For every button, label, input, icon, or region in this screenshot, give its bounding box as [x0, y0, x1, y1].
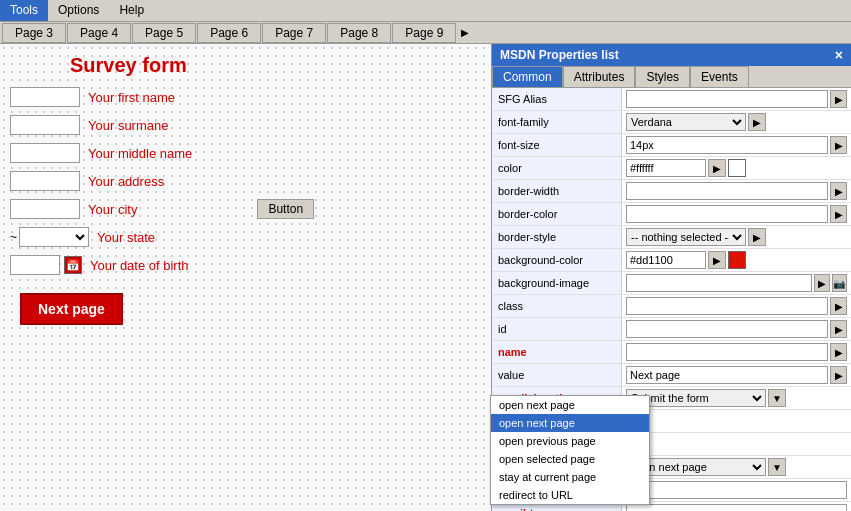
prop-font-size-label: font-size	[492, 134, 622, 156]
prop-class-btn[interactable]: ▶	[830, 297, 847, 315]
prop-border-color-input[interactable]	[626, 205, 828, 223]
prop-bg-image-btn1[interactable]: ▶	[814, 274, 829, 292]
surname-input[interactable]	[10, 115, 80, 135]
prop-border-color-value: ▶	[622, 203, 851, 225]
prop-border-color-btn[interactable]: ▶	[830, 205, 847, 223]
menu-bar: Tools Options Help	[0, 0, 851, 22]
prop-class: class ▶	[492, 295, 851, 318]
address-row: Your address	[10, 171, 481, 191]
first-name-input[interactable]	[10, 87, 80, 107]
tab-page4[interactable]: Page 4	[67, 23, 131, 43]
prop-onclick-btn[interactable]: ▼	[768, 389, 786, 407]
prop-border-style-value: -- nothing selected -- ▶	[622, 226, 851, 248]
middle-name-label: Your middle name	[88, 146, 192, 161]
prop-after-submit-btn[interactable]: ▼	[768, 458, 786, 476]
prop-after-submit-value: open next page ▼	[622, 456, 851, 478]
dropdown-item-open-next[interactable]: open next page	[491, 396, 649, 414]
state-select[interactable]	[19, 227, 89, 247]
prop-border-style-label: border-style	[492, 226, 622, 248]
prop-name-label: name	[492, 341, 622, 363]
prop-bg-color-swatch[interactable]	[728, 251, 746, 269]
address-input[interactable]	[10, 171, 80, 191]
properties-close-button[interactable]: ×	[835, 47, 843, 63]
first-name-row: Your first name	[10, 87, 481, 107]
prop-color-btn[interactable]: ▶	[708, 159, 726, 177]
props-tab-attributes[interactable]: Attributes	[563, 66, 636, 87]
properties-panel: MSDN Properties list × Common Attributes…	[491, 44, 851, 511]
form-canvas: Survey form Your first name Your surmane…	[0, 44, 491, 511]
tab-page8[interactable]: Page 8	[327, 23, 391, 43]
tilde-symbol: ~	[10, 230, 17, 244]
prop-border-width-value: ▶	[622, 180, 851, 202]
prop-font-family-select[interactable]: Verdana	[626, 113, 746, 131]
prop-border-width-input[interactable]	[626, 182, 828, 200]
prop-font-family-value: Verdana ▶	[622, 111, 851, 133]
city-input[interactable]	[10, 199, 80, 219]
props-tab-styles[interactable]: Styles	[635, 66, 690, 87]
prop-color-label: color	[492, 157, 622, 179]
prop-bg-image-value: ▶ 📷	[622, 272, 851, 294]
dropdown-item-stay[interactable]: stay at current page	[491, 468, 649, 486]
tab-page5[interactable]: Page 5	[132, 23, 196, 43]
tab-page3[interactable]: Page 3	[2, 23, 66, 43]
prop-bg-image-input[interactable]	[626, 274, 812, 292]
tab-page7[interactable]: Page 7	[262, 23, 326, 43]
prop-id-btn[interactable]: ▶	[830, 320, 847, 338]
dropdown-item-open-selected[interactable]: open selected page	[491, 450, 649, 468]
prop-sfg-alias: SFG Alias ▶	[492, 88, 851, 111]
prop-sfg-alias-input[interactable]	[626, 90, 828, 108]
prop-border-style-btn[interactable]: ▶	[748, 228, 766, 246]
tab-page9[interactable]: Page 9	[392, 23, 456, 43]
form-title: Survey form	[70, 54, 481, 77]
prop-id-input[interactable]	[626, 320, 828, 338]
dob-input[interactable]	[10, 255, 60, 275]
properties-tabs: Common Attributes Styles Events	[492, 66, 851, 88]
tab-page6[interactable]: Page 6	[197, 23, 261, 43]
prop-sfg-alias-label: SFG Alias	[492, 88, 622, 110]
prop-email-user-input[interactable]	[626, 504, 847, 511]
middle-name-row: Your middle name	[10, 143, 481, 163]
prop-border-style-select[interactable]: -- nothing selected --	[626, 228, 746, 246]
menu-options[interactable]: Options	[48, 0, 109, 21]
prop-sfg-alias-btn[interactable]: ▶	[830, 90, 847, 108]
menu-tools[interactable]: Tools	[0, 0, 48, 21]
prop-value-input[interactable]	[626, 366, 828, 384]
prop-disable-validation-value	[622, 435, 851, 453]
prop-font-size-input[interactable]	[626, 136, 828, 154]
dob-label: Your date of birth	[90, 258, 189, 273]
prop-border-color-label: border-color	[492, 203, 622, 225]
prop-bg-image: background-image ▶ 📷	[492, 272, 851, 295]
dropdown-item-open-prev[interactable]: open previous page	[491, 432, 649, 450]
prop-id-label: id	[492, 318, 622, 340]
calendar-icon[interactable]: 📅	[64, 256, 82, 274]
prop-bg-image-btn2[interactable]: 📷	[832, 274, 847, 292]
prop-class-input[interactable]	[626, 297, 828, 315]
prop-name-value: ▶	[622, 341, 851, 363]
prop-class-value: ▶	[622, 295, 851, 317]
prop-color-input[interactable]	[626, 159, 706, 177]
prop-font-family: font-family Verdana ▶	[492, 111, 851, 134]
prop-font-size-btn[interactable]: ▶	[830, 136, 847, 154]
next-page-button[interactable]: Next page	[20, 293, 123, 325]
dropdown-item-redirect[interactable]: redirect to URL	[491, 486, 649, 504]
dropdown-item-open-next-selected[interactable]: open next page	[491, 414, 649, 432]
prop-name-input[interactable]	[626, 343, 828, 361]
prop-bg-color-btn[interactable]: ▶	[708, 251, 726, 269]
button-widget[interactable]: Button	[257, 199, 314, 219]
prop-color: color ▶	[492, 157, 851, 180]
prop-border-width: border-width ▶	[492, 180, 851, 203]
tab-scroll-right-icon[interactable]: ▶	[461, 27, 469, 38]
prop-border-width-btn[interactable]: ▶	[830, 182, 847, 200]
prop-color-swatch[interactable]	[728, 159, 746, 177]
prop-sfg-alias-value: ▶	[622, 88, 851, 110]
props-tab-events[interactable]: Events	[690, 66, 749, 87]
props-tab-common[interactable]: Common	[492, 66, 563, 87]
prop-name-btn[interactable]: ▶	[830, 343, 847, 361]
middle-name-input[interactable]	[10, 143, 80, 163]
city-label: Your city	[88, 202, 137, 217]
prop-font-family-btn[interactable]: ▶	[748, 113, 766, 131]
menu-help[interactable]: Help	[109, 0, 154, 21]
prop-email-admin-input[interactable]	[626, 481, 847, 499]
prop-bg-color-input[interactable]	[626, 251, 706, 269]
prop-value-btn[interactable]: ▶	[830, 366, 847, 384]
